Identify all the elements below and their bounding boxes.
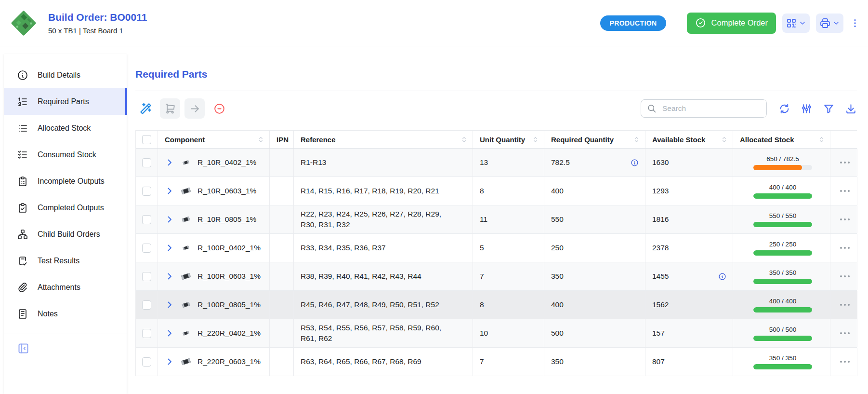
component-thumbnail xyxy=(180,271,192,282)
page-title: Build Order: BO0011 xyxy=(48,12,147,23)
sidebar-item-build-details[interactable]: Build Details xyxy=(4,62,127,88)
component-name-link[interactable]: R_100R_0805_1% xyxy=(197,300,261,309)
sidebar-item-label: Child Build Orders xyxy=(38,230,100,239)
expand-row-chevron-icon[interactable] xyxy=(165,300,174,310)
sort-icon[interactable] xyxy=(817,136,826,144)
download-icon[interactable] xyxy=(845,103,857,115)
row-checkbox[interactable] xyxy=(142,357,151,367)
component-name-link[interactable]: R_220R_0603_1% xyxy=(197,357,261,366)
component-name-link[interactable]: R_220R_0402_1% xyxy=(197,329,261,338)
required-quantity-cell: 250 xyxy=(544,234,645,262)
sidebar-item-notes[interactable]: Notes xyxy=(4,300,127,327)
transfer-stock-button[interactable] xyxy=(184,98,205,119)
reference-cell: R38, R39, R40, R41, R42, R43, R44 xyxy=(294,262,473,290)
row-checkbox[interactable] xyxy=(142,244,151,253)
sort-icon[interactable] xyxy=(720,136,728,144)
shopping-cart-icon xyxy=(164,103,176,115)
available-stock-cell: 1630 xyxy=(645,149,733,177)
unit-quantity-cell: 7 xyxy=(473,348,544,376)
row-checkbox[interactable] xyxy=(142,272,151,281)
print-actions-button[interactable] xyxy=(816,14,843,33)
available-stock-cell: 1455 xyxy=(645,262,733,290)
row-actions-button[interactable] xyxy=(830,177,857,205)
select-all-checkbox[interactable] xyxy=(142,135,151,144)
expand-row-chevron-icon[interactable] xyxy=(165,272,174,281)
sort-icon[interactable] xyxy=(632,136,641,144)
deallocate-stock-button[interactable] xyxy=(209,98,229,119)
expand-row-chevron-icon[interactable] xyxy=(165,243,174,253)
table-row: R_100R_0402_1% R33, R34, R35, R36, R37 5… xyxy=(136,234,857,262)
order-parts-button[interactable] xyxy=(160,98,180,119)
row-checkbox[interactable] xyxy=(142,329,151,338)
sidebar-item-child-build-orders[interactable]: Child Build Orders xyxy=(4,221,127,247)
filter-icon[interactable] xyxy=(823,103,835,115)
list-check-icon xyxy=(17,149,28,161)
required-quantity-cell: 400 xyxy=(544,177,645,205)
available-stock-cell: 1816 xyxy=(645,205,733,233)
column-header-available-stock[interactable]: Available Stock xyxy=(645,131,733,148)
expand-row-chevron-icon[interactable] xyxy=(165,158,174,167)
more-actions-button[interactable] xyxy=(850,17,860,29)
row-actions-button[interactable] xyxy=(830,234,857,262)
sidebar-item-required-parts[interactable]: Required Parts xyxy=(4,88,127,115)
component-name-link[interactable]: R_10R_0603_1% xyxy=(197,187,256,195)
complete-order-button[interactable]: Complete Order xyxy=(687,13,776,34)
row-checkbox[interactable] xyxy=(142,300,151,310)
collapse-sidebar-button[interactable] xyxy=(17,342,30,355)
info-icon[interactable] xyxy=(718,272,726,281)
row-actions-button[interactable] xyxy=(830,348,857,376)
sidebar-item-incomplete-outputs[interactable]: Incomplete Outputs xyxy=(4,168,127,194)
available-stock-cell: 157 xyxy=(645,319,733,347)
sidebar-item-allocated-stock[interactable]: Allocated Stock xyxy=(4,115,127,141)
sidebar-item-consumed-stock[interactable]: Consumed Stock xyxy=(4,141,127,168)
allocation-progress-bar xyxy=(753,279,812,284)
column-header-unit-quantity[interactable]: Unit Quantity xyxy=(473,131,544,148)
row-actions-button[interactable] xyxy=(830,149,857,177)
row-actions-button[interactable] xyxy=(830,291,857,319)
clipboard-list-icon xyxy=(17,176,28,187)
adjustments-icon[interactable] xyxy=(801,103,813,115)
row-checkbox[interactable] xyxy=(142,158,151,167)
sidebar-item-attachments[interactable]: Attachments xyxy=(4,274,127,300)
barcode-actions-button[interactable] xyxy=(782,14,810,33)
row-actions-button[interactable] xyxy=(830,262,857,290)
resistor-image xyxy=(182,244,190,252)
component-name-link[interactable]: R_10R_0402_1% xyxy=(197,158,256,167)
column-header-required-quantity[interactable]: Required Quantity xyxy=(544,131,645,148)
search-input[interactable] xyxy=(661,104,761,113)
auto-allocate-button[interactable] xyxy=(135,98,156,119)
sidebar-item-completed-outputs[interactable]: Completed Outputs xyxy=(4,194,127,221)
column-header-allocated-stock[interactable]: Allocated Stock xyxy=(733,131,830,148)
sidebar-item-label: Completed Outputs xyxy=(38,204,104,212)
component-name-link[interactable]: R_100R_0603_1% xyxy=(197,272,261,281)
info-icon[interactable] xyxy=(631,159,639,167)
unit-quantity-cell: 11 xyxy=(473,205,544,233)
topbar: Build Order: BO0011 50 x TB1 | Test Boar… xyxy=(0,0,868,46)
expand-row-chevron-icon[interactable] xyxy=(165,215,174,224)
column-header-reference[interactable]: Reference xyxy=(294,131,473,148)
required-quantity-cell: 500 xyxy=(544,319,645,347)
component-name-link[interactable]: R_100R_0402_1% xyxy=(197,244,261,252)
sidebar-item-test-results[interactable]: Test Results xyxy=(4,247,127,274)
expand-row-chevron-icon[interactable] xyxy=(165,357,174,367)
row-checkbox[interactable] xyxy=(142,187,151,196)
column-header-ipn[interactable]: IPN xyxy=(270,131,294,148)
reference-cell: R53, R54, R55, R56, R57, R58, R59, R60, … xyxy=(294,319,473,347)
test-report-icon xyxy=(17,255,28,267)
table-row: R_220R_0603_1% R63, R64, R65, R66, R67, … xyxy=(136,348,857,376)
row-checkbox[interactable] xyxy=(142,215,151,224)
refresh-icon[interactable] xyxy=(778,103,790,115)
expand-row-chevron-icon[interactable] xyxy=(165,328,174,338)
sort-icon[interactable] xyxy=(460,136,468,144)
expand-row-chevron-icon[interactable] xyxy=(165,186,174,196)
row-actions-button[interactable] xyxy=(830,319,857,347)
component-thumbnail xyxy=(180,244,192,252)
sort-icon[interactable] xyxy=(257,136,265,144)
sidebar-item-label: Attachments xyxy=(38,283,80,292)
sort-icon[interactable] xyxy=(531,136,539,144)
column-header-actions xyxy=(830,131,857,148)
column-header-component[interactable]: Component xyxy=(158,131,270,148)
component-thumbnail xyxy=(180,159,192,166)
row-actions-button[interactable] xyxy=(830,205,857,233)
component-name-link[interactable]: R_10R_0805_1% xyxy=(197,215,256,224)
